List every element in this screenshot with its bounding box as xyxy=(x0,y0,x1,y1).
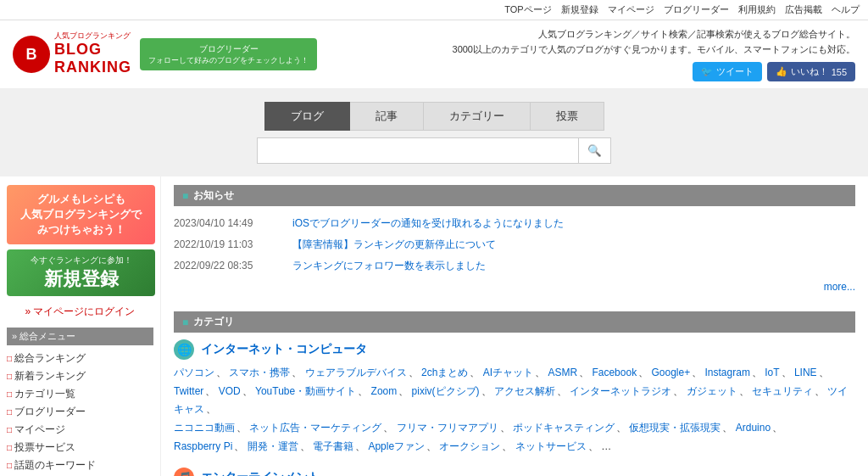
tweet-button[interactable]: 🐦 ツイート xyxy=(693,62,762,81)
follower-widget-subtext: フォローして好みのブログをチェックしよう！ xyxy=(148,55,309,66)
tag-apple-fan[interactable]: Appleファン xyxy=(368,440,425,452)
tab-vote[interactable]: 投票 xyxy=(531,102,604,131)
sidebar-link-general-ranking[interactable]: 総合ランキング xyxy=(14,352,86,364)
tag-security[interactable]: セキュリティ xyxy=(752,385,813,397)
social-buttons: 人気ブログランキング／サイト検索／記事検索が使えるブログ総合サイト。 3000以… xyxy=(453,27,855,81)
tag-internet-radio[interactable]: インターネットラジオ xyxy=(570,385,671,397)
internet-category-link[interactable]: インターネット・コンピュータ xyxy=(201,342,367,357)
category-section: カテゴリ 🌐 インターネット・コンピュータ パソコン、 スマホ・携帯、 ウェアラ… xyxy=(174,311,855,476)
register-big-text: 新規登録 xyxy=(44,266,119,292)
top-navigation: TOPページ 新規登録 マイページ ブログリーダー 利用規約 広告掲載 ヘルプ xyxy=(0,0,868,20)
tag-auction[interactable]: オークション xyxy=(439,440,500,452)
tag-zoom[interactable]: Zoom xyxy=(371,385,398,397)
tag-ai[interactable]: AIチャット xyxy=(483,367,533,378)
tag-raspberry-pi[interactable]: Raspberry Pi xyxy=(174,440,232,452)
search-area: ブログ 記事 カテゴリー 投票 🔍 xyxy=(0,89,868,176)
tag-pc[interactable]: パソコン xyxy=(174,367,214,378)
search-input[interactable] xyxy=(257,137,579,164)
tab-article[interactable]: 記事 xyxy=(350,102,424,131)
sidebar-link-vote-service[interactable]: 投票サービス xyxy=(14,441,75,453)
news-date-3: 2022/09/22 08:35 xyxy=(174,260,284,272)
sidebar: グルメもレシピも人気ブログランキングでみつけちゃおう！ 今すぐランキングに参加！… xyxy=(0,176,161,476)
main-layout: グルメもレシピも人気ブログランキングでみつけちゃおう！ 今すぐランキングに参加！… xyxy=(0,176,868,476)
like-label: いいね！ xyxy=(791,65,828,78)
news-item-3: 2022/09/22 08:35 ランキングにフォロワー数を表示しました xyxy=(174,255,855,277)
tag-podcasting[interactable]: ポッドキャスティング xyxy=(513,422,615,434)
entertainment-icon: 🎵 xyxy=(174,468,194,476)
tweet-label: ツイート xyxy=(716,65,754,78)
tag-more-internet: … xyxy=(601,440,611,452)
sidebar-link-category-list[interactable]: カテゴリ一覧 xyxy=(14,388,75,400)
nav-mypage[interactable]: マイページ xyxy=(608,4,654,14)
nav-advertising[interactable]: 広告掲載 xyxy=(785,4,822,14)
sidebar-item-vote-service: 投票サービス xyxy=(7,439,153,456)
search-icon: 🔍 xyxy=(587,144,602,157)
nav-blogreader[interactable]: ブログリーダー xyxy=(664,4,729,14)
tag-line[interactable]: LINE xyxy=(794,367,817,378)
tag-instagram[interactable]: Instagram xyxy=(705,367,750,378)
more-anchor[interactable]: more... xyxy=(824,281,855,293)
tag-pixiv[interactable]: pixiv(ピクシブ) xyxy=(412,385,480,397)
logo-icon: B xyxy=(13,36,50,73)
tag-access-analysis[interactable]: アクセス解析 xyxy=(494,385,555,397)
entertainment-category-link[interactable]: エンターテインメント xyxy=(201,470,320,476)
tag-net-marketing[interactable]: ネット広告・マーケティング xyxy=(249,422,381,434)
tag-twitter[interactable]: Twitter xyxy=(174,385,203,397)
news-link-3: ランキングにフォロワー数を表示しました xyxy=(292,259,486,273)
tag-youtube[interactable]: YouTube・動画サイト xyxy=(255,385,356,397)
follower-widget[interactable]: ブログリーダー フォローして好みのブログをチェックしよう！ xyxy=(140,38,317,71)
tag-flea-market[interactable]: フリマ・フリマアプリ xyxy=(397,422,498,434)
sidebar-menu-list: 総合ランキング 新着ランキング カテゴリ一覧 ブログリーダー マイページ 投票サ… xyxy=(7,350,153,474)
tag-ebook[interactable]: 電子書籍 xyxy=(313,440,353,452)
login-link: » マイページにログイン xyxy=(7,305,153,319)
follower-widget-text: ブログリーダー xyxy=(148,43,309,55)
top-nav-links: TOPページ 新規登録 マイページ ブログリーダー 利用規約 広告掲載 ヘルプ xyxy=(498,4,860,14)
logo-box: B 人気ブログランキング BLOGRANKING xyxy=(13,31,131,77)
sidebar-link-blog-reader[interactable]: ブログリーダー xyxy=(14,406,86,417)
sidebar-item-general-ranking: 総合ランキング xyxy=(7,350,153,367)
sidebar-link-mypage[interactable]: マイページ xyxy=(14,423,65,435)
nav-terms[interactable]: 利用規約 xyxy=(738,4,776,14)
main-content: お知らせ 2023/04/10 14:49 iOSでブログリーダーの通知を受け取… xyxy=(161,176,868,476)
news-anchor-1[interactable]: iOSでブログリーダーの通知を受け取れるようになりました xyxy=(292,217,564,229)
internet-tags: パソコン、 スマホ・携帯、 ウェアラブルデバイス、 2chまとめ、 AIチャット… xyxy=(174,364,855,456)
like-button[interactable]: 👍 いいね！ 155 xyxy=(767,62,855,81)
description-line1: 人気ブログランキング／サイト検索／記事検索が使えるブログ総合サイト。 xyxy=(453,27,855,42)
register-banner[interactable]: 今すぐランキングに参加！ 新規登録 xyxy=(7,249,155,296)
news-anchor-2[interactable]: 【障害情報】ランキングの更新停止について xyxy=(292,238,496,250)
sidebar-link-trending-keywords[interactable]: 話題のキーワード xyxy=(14,459,96,471)
tag-development[interactable]: 開発・運営 xyxy=(248,440,298,452)
tag-vod[interactable]: VOD xyxy=(219,385,241,397)
login-anchor[interactable]: » マイページにログイン xyxy=(25,305,135,317)
tab-blog[interactable]: ブログ xyxy=(264,102,350,131)
search-button[interactable]: 🔍 xyxy=(579,137,611,164)
tag-gadget[interactable]: ガジェット xyxy=(687,385,737,397)
category-title: カテゴリ xyxy=(193,315,234,329)
tag-2ch[interactable]: 2chまとめ xyxy=(421,367,468,378)
news-anchor-3[interactable]: ランキングにフォロワー数を表示しました xyxy=(292,260,486,272)
nav-register[interactable]: 新規登録 xyxy=(561,4,598,14)
tag-net-service[interactable]: ネットサービス xyxy=(515,440,587,452)
tweet-icon: 🐦 xyxy=(701,66,713,77)
tag-niconico[interactable]: ニコニコ動画 xyxy=(174,422,235,434)
tag-wearable[interactable]: ウェアラブルデバイス xyxy=(305,367,407,378)
nav-help[interactable]: ヘルプ xyxy=(832,4,860,14)
food-banner: グルメもレシピも人気ブログランキングでみつけちゃおう！ xyxy=(7,185,155,244)
search-box-row: 🔍 xyxy=(13,137,855,164)
news-item-2: 2022/10/19 11:03 【障害情報】ランキングの更新停止について xyxy=(174,234,855,255)
tag-facebook[interactable]: Facebook xyxy=(592,367,637,378)
tab-category[interactable]: カテゴリー xyxy=(424,102,531,131)
tag-arduino[interactable]: Arduino xyxy=(736,422,771,434)
tag-iot[interactable]: IoT xyxy=(765,367,779,378)
internet-icon: 🌐 xyxy=(174,339,194,360)
sidebar-link-new-ranking[interactable]: 新着ランキング xyxy=(14,370,86,382)
tag-googleplus[interactable]: Google+ xyxy=(651,367,690,378)
search-tabs: ブログ 記事 カテゴリー 投票 xyxy=(13,102,855,131)
nav-top[interactable]: TOPページ xyxy=(504,4,551,14)
category-item-internet: 🌐 インターネット・コンピュータ パソコン、 スマホ・携帯、 ウェアラブルデバイ… xyxy=(174,339,855,456)
tag-vr-ar[interactable]: 仮想現実・拡張現実 xyxy=(629,422,721,434)
tag-smartphone[interactable]: スマホ・携帯 xyxy=(229,367,290,378)
logo-title: BLOGRANKING xyxy=(54,41,131,77)
notice-section: お知らせ 2023/04/10 14:49 iOSでブログリーダーの通知を受け取… xyxy=(174,185,855,301)
tag-asmr[interactable]: ASMR xyxy=(548,367,577,378)
